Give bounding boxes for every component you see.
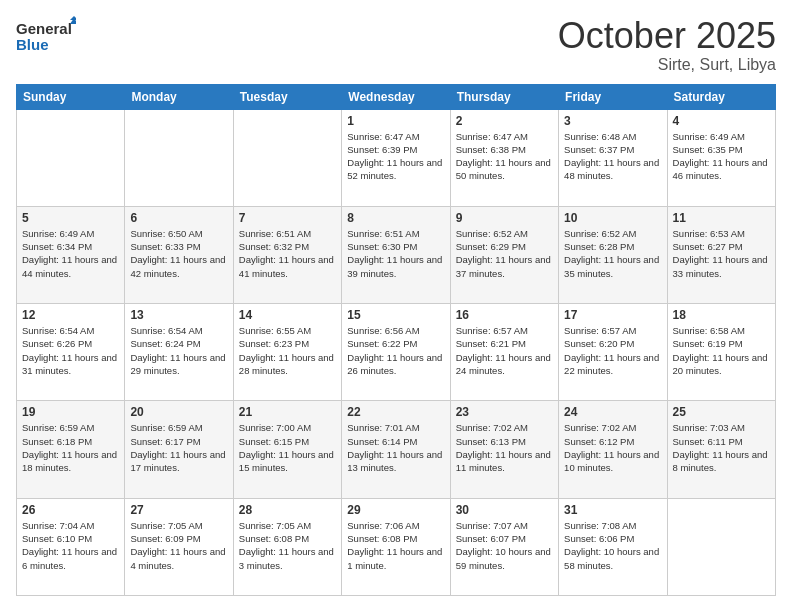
calendar-cell: 20Sunrise: 6:59 AM Sunset: 6:17 PM Dayli… xyxy=(125,401,233,498)
calendar-cell: 2Sunrise: 6:47 AM Sunset: 6:38 PM Daylig… xyxy=(450,109,558,206)
day-info: Sunrise: 6:56 AM Sunset: 6:22 PM Dayligh… xyxy=(347,324,444,377)
calendar-body: 1Sunrise: 6:47 AM Sunset: 6:39 PM Daylig… xyxy=(17,109,776,595)
day-number: 2 xyxy=(456,114,553,128)
calendar-header-row: SundayMondayTuesdayWednesdayThursdayFrid… xyxy=(17,84,776,109)
day-number: 15 xyxy=(347,308,444,322)
day-info: Sunrise: 6:53 AM Sunset: 6:27 PM Dayligh… xyxy=(673,227,770,280)
day-number: 19 xyxy=(22,405,119,419)
day-info: Sunrise: 6:51 AM Sunset: 6:30 PM Dayligh… xyxy=(347,227,444,280)
calendar-cell: 25Sunrise: 7:03 AM Sunset: 6:11 PM Dayli… xyxy=(667,401,775,498)
title-section: October 2025 Sirte, Surt, Libya xyxy=(558,16,776,74)
calendar-week-row: 26Sunrise: 7:04 AM Sunset: 6:10 PM Dayli… xyxy=(17,498,776,595)
calendar-cell: 7Sunrise: 6:51 AM Sunset: 6:32 PM Daylig… xyxy=(233,206,341,303)
day-number: 10 xyxy=(564,211,661,225)
day-info: Sunrise: 6:49 AM Sunset: 6:35 PM Dayligh… xyxy=(673,130,770,183)
day-info: Sunrise: 6:52 AM Sunset: 6:28 PM Dayligh… xyxy=(564,227,661,280)
calendar-cell: 21Sunrise: 7:00 AM Sunset: 6:15 PM Dayli… xyxy=(233,401,341,498)
day-number: 13 xyxy=(130,308,227,322)
calendar-day-header: Wednesday xyxy=(342,84,450,109)
calendar-cell xyxy=(233,109,341,206)
calendar-cell: 24Sunrise: 7:02 AM Sunset: 6:12 PM Dayli… xyxy=(559,401,667,498)
day-number: 27 xyxy=(130,503,227,517)
day-number: 30 xyxy=(456,503,553,517)
calendar-week-row: 5Sunrise: 6:49 AM Sunset: 6:34 PM Daylig… xyxy=(17,206,776,303)
logo: General Blue xyxy=(16,16,76,56)
calendar-cell: 1Sunrise: 6:47 AM Sunset: 6:39 PM Daylig… xyxy=(342,109,450,206)
calendar-cell xyxy=(125,109,233,206)
day-number: 12 xyxy=(22,308,119,322)
day-info: Sunrise: 7:03 AM Sunset: 6:11 PM Dayligh… xyxy=(673,421,770,474)
day-number: 18 xyxy=(673,308,770,322)
day-info: Sunrise: 6:47 AM Sunset: 6:38 PM Dayligh… xyxy=(456,130,553,183)
day-info: Sunrise: 7:05 AM Sunset: 6:09 PM Dayligh… xyxy=(130,519,227,572)
day-number: 31 xyxy=(564,503,661,517)
day-number: 14 xyxy=(239,308,336,322)
day-number: 29 xyxy=(347,503,444,517)
day-number: 3 xyxy=(564,114,661,128)
day-number: 26 xyxy=(22,503,119,517)
day-info: Sunrise: 7:06 AM Sunset: 6:08 PM Dayligh… xyxy=(347,519,444,572)
calendar-cell: 19Sunrise: 6:59 AM Sunset: 6:18 PM Dayli… xyxy=(17,401,125,498)
logo-svg: General Blue xyxy=(16,16,76,56)
calendar-day-header: Sunday xyxy=(17,84,125,109)
calendar-cell: 3Sunrise: 6:48 AM Sunset: 6:37 PM Daylig… xyxy=(559,109,667,206)
calendar-cell: 29Sunrise: 7:06 AM Sunset: 6:08 PM Dayli… xyxy=(342,498,450,595)
calendar-day-header: Friday xyxy=(559,84,667,109)
day-info: Sunrise: 7:08 AM Sunset: 6:06 PM Dayligh… xyxy=(564,519,661,572)
calendar-week-row: 1Sunrise: 6:47 AM Sunset: 6:39 PM Daylig… xyxy=(17,109,776,206)
svg-text:General: General xyxy=(16,20,72,37)
calendar-cell: 13Sunrise: 6:54 AM Sunset: 6:24 PM Dayli… xyxy=(125,304,233,401)
day-info: Sunrise: 6:59 AM Sunset: 6:17 PM Dayligh… xyxy=(130,421,227,474)
calendar-cell: 26Sunrise: 7:04 AM Sunset: 6:10 PM Dayli… xyxy=(17,498,125,595)
page: General Blue October 2025 Sirte, Surt, L… xyxy=(0,0,792,612)
calendar-week-row: 12Sunrise: 6:54 AM Sunset: 6:26 PM Dayli… xyxy=(17,304,776,401)
calendar-cell: 28Sunrise: 7:05 AM Sunset: 6:08 PM Dayli… xyxy=(233,498,341,595)
svg-text:Blue: Blue xyxy=(16,36,49,53)
day-number: 17 xyxy=(564,308,661,322)
day-number: 4 xyxy=(673,114,770,128)
calendar-cell: 22Sunrise: 7:01 AM Sunset: 6:14 PM Dayli… xyxy=(342,401,450,498)
calendar-cell: 31Sunrise: 7:08 AM Sunset: 6:06 PM Dayli… xyxy=(559,498,667,595)
day-info: Sunrise: 7:01 AM Sunset: 6:14 PM Dayligh… xyxy=(347,421,444,474)
calendar-cell: 9Sunrise: 6:52 AM Sunset: 6:29 PM Daylig… xyxy=(450,206,558,303)
calendar-cell: 23Sunrise: 7:02 AM Sunset: 6:13 PM Dayli… xyxy=(450,401,558,498)
day-number: 25 xyxy=(673,405,770,419)
day-info: Sunrise: 7:07 AM Sunset: 6:07 PM Dayligh… xyxy=(456,519,553,572)
calendar-cell: 16Sunrise: 6:57 AM Sunset: 6:21 PM Dayli… xyxy=(450,304,558,401)
calendar-cell: 12Sunrise: 6:54 AM Sunset: 6:26 PM Dayli… xyxy=(17,304,125,401)
calendar-week-row: 19Sunrise: 6:59 AM Sunset: 6:18 PM Dayli… xyxy=(17,401,776,498)
calendar-cell xyxy=(667,498,775,595)
location: Sirte, Surt, Libya xyxy=(558,56,776,74)
calendar-day-header: Thursday xyxy=(450,84,558,109)
day-number: 23 xyxy=(456,405,553,419)
day-info: Sunrise: 6:57 AM Sunset: 6:21 PM Dayligh… xyxy=(456,324,553,377)
calendar-cell: 10Sunrise: 6:52 AM Sunset: 6:28 PM Dayli… xyxy=(559,206,667,303)
calendar-cell: 5Sunrise: 6:49 AM Sunset: 6:34 PM Daylig… xyxy=(17,206,125,303)
day-info: Sunrise: 7:05 AM Sunset: 6:08 PM Dayligh… xyxy=(239,519,336,572)
day-info: Sunrise: 7:02 AM Sunset: 6:12 PM Dayligh… xyxy=(564,421,661,474)
day-info: Sunrise: 6:58 AM Sunset: 6:19 PM Dayligh… xyxy=(673,324,770,377)
day-number: 28 xyxy=(239,503,336,517)
calendar-table: SundayMondayTuesdayWednesdayThursdayFrid… xyxy=(16,84,776,596)
day-info: Sunrise: 6:54 AM Sunset: 6:26 PM Dayligh… xyxy=(22,324,119,377)
day-info: Sunrise: 7:00 AM Sunset: 6:15 PM Dayligh… xyxy=(239,421,336,474)
day-info: Sunrise: 6:59 AM Sunset: 6:18 PM Dayligh… xyxy=(22,421,119,474)
calendar-cell: 8Sunrise: 6:51 AM Sunset: 6:30 PM Daylig… xyxy=(342,206,450,303)
day-info: Sunrise: 6:48 AM Sunset: 6:37 PM Dayligh… xyxy=(564,130,661,183)
calendar-day-header: Monday xyxy=(125,84,233,109)
day-number: 11 xyxy=(673,211,770,225)
day-number: 7 xyxy=(239,211,336,225)
day-info: Sunrise: 7:04 AM Sunset: 6:10 PM Dayligh… xyxy=(22,519,119,572)
day-info: Sunrise: 7:02 AM Sunset: 6:13 PM Dayligh… xyxy=(456,421,553,474)
calendar-cell: 15Sunrise: 6:56 AM Sunset: 6:22 PM Dayli… xyxy=(342,304,450,401)
day-info: Sunrise: 6:52 AM Sunset: 6:29 PM Dayligh… xyxy=(456,227,553,280)
calendar-cell: 11Sunrise: 6:53 AM Sunset: 6:27 PM Dayli… xyxy=(667,206,775,303)
day-number: 9 xyxy=(456,211,553,225)
day-number: 6 xyxy=(130,211,227,225)
calendar-cell: 6Sunrise: 6:50 AM Sunset: 6:33 PM Daylig… xyxy=(125,206,233,303)
calendar-cell: 4Sunrise: 6:49 AM Sunset: 6:35 PM Daylig… xyxy=(667,109,775,206)
calendar-cell: 30Sunrise: 7:07 AM Sunset: 6:07 PM Dayli… xyxy=(450,498,558,595)
day-number: 20 xyxy=(130,405,227,419)
calendar-cell xyxy=(17,109,125,206)
day-info: Sunrise: 6:55 AM Sunset: 6:23 PM Dayligh… xyxy=(239,324,336,377)
